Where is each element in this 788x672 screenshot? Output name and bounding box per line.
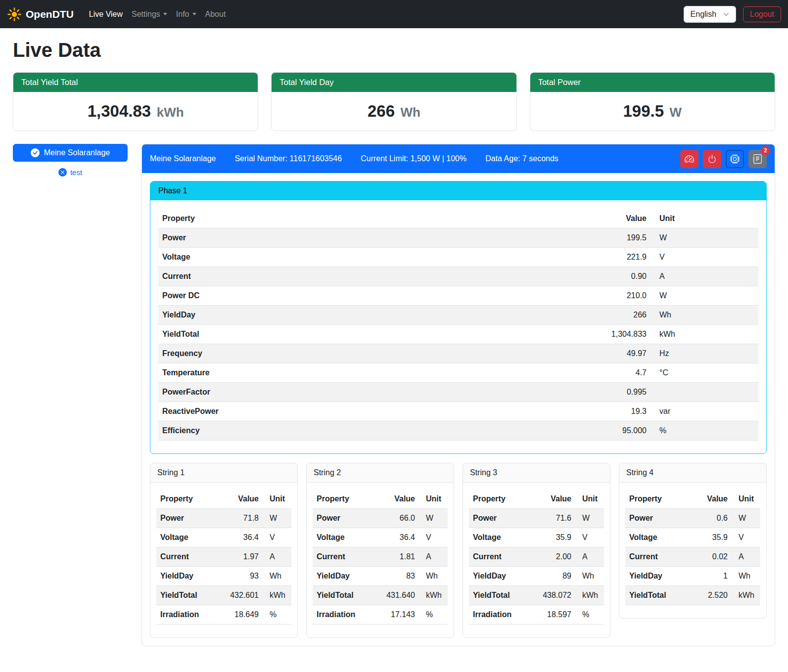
row-unit: A	[419, 547, 448, 567]
row-unit: Wh	[263, 567, 291, 586]
nav-live-view[interactable]: Live View	[85, 6, 127, 23]
card-header: Total Yield Day	[272, 73, 516, 92]
string-3-table: Property Value Unit Power71.6WVoltage35.…	[469, 490, 604, 625]
language-select[interactable]: English	[684, 6, 736, 23]
table-header-row: Property Value Unit	[158, 209, 758, 228]
power-icon	[707, 154, 717, 164]
row-value: 71.8	[218, 509, 263, 528]
row-property: Current	[158, 267, 591, 286]
string-4-header: String 4	[619, 463, 766, 483]
table-row: YieldDay1Wh	[625, 567, 760, 586]
phase-table: Property Value Unit Power199.5WVoltage22…	[158, 209, 758, 441]
row-value: 66.0	[374, 509, 419, 528]
card-header: Total Yield Total	[13, 73, 258, 92]
row-property: Efficiency	[158, 421, 591, 441]
total-power-unit: W	[670, 105, 682, 120]
sun-icon	[7, 7, 22, 22]
row-value: 1.81	[374, 547, 419, 567]
table-row: Current2.00A	[469, 547, 604, 567]
row-unit: %	[575, 605, 604, 625]
inverter-button-test[interactable]: test	[13, 168, 128, 177]
brand-link[interactable]: OpenDTU	[7, 7, 74, 22]
total-yield-total-unit: kWh	[157, 105, 184, 120]
nav-about[interactable]: About	[201, 6, 231, 23]
row-value: 36.4	[218, 528, 263, 547]
table-header-row: Property Value Unit	[313, 490, 448, 509]
nav-info[interactable]: Info	[172, 6, 201, 23]
nav-live-view-label: Live View	[89, 10, 123, 19]
row-value: 0.02	[687, 547, 732, 567]
chevron-down-icon	[163, 13, 167, 15]
row-value: 71.6	[531, 509, 575, 528]
string-1-body: Property Value Unit Power71.8WVoltage36.…	[150, 483, 297, 637]
power-button[interactable]	[703, 150, 721, 168]
inverter-button-selected[interactable]: Meine Solaranlage	[13, 144, 128, 162]
table-row: Current1.97A	[156, 547, 291, 567]
col-value: Value	[591, 209, 650, 228]
table-row: Temperature4.7°C	[158, 363, 758, 383]
inverter-test-label: test	[70, 168, 82, 177]
strings-row: String 1 Property Value Unit	[150, 463, 767, 638]
row-unit: W	[650, 228, 758, 248]
navbar-right: English Logout	[684, 6, 781, 23]
table-row: Power0.6W	[625, 509, 760, 528]
nav-settings[interactable]: Settings	[127, 6, 172, 23]
inverter-limit: Current Limit: 1,500 W | 100%	[361, 154, 466, 163]
total-yield-day-card: Total Yield Day 266 Wh	[271, 72, 516, 131]
row-property: YieldDay	[313, 567, 374, 586]
table-row: YieldTotal438.072kWh	[469, 586, 604, 605]
nav-about-label: About	[205, 10, 226, 19]
row-property: Power	[469, 509, 531, 528]
table-row: YieldTotal1,304.833kWh	[158, 325, 758, 344]
table-row: YieldTotal432.601kWh	[156, 586, 291, 605]
row-property: Power DC	[158, 286, 591, 306]
row-unit: W	[575, 509, 604, 528]
row-property: Power	[158, 228, 591, 248]
cpu-icon	[730, 154, 740, 164]
navbar: OpenDTU Live View Settings Info About En…	[0, 0, 788, 28]
col-value: Value	[531, 490, 575, 509]
row-property: Voltage	[156, 528, 218, 547]
string-1-card: String 1 Property Value Unit	[150, 463, 298, 638]
string-2-body: Property Value Unit Power66.0WVoltage36.…	[307, 483, 454, 637]
row-property: YieldTotal	[313, 586, 374, 605]
table-row: Current0.02A	[625, 547, 760, 567]
table-row: Irradiation18.597%	[469, 605, 604, 625]
row-unit: Wh	[419, 567, 448, 586]
row-property: Power	[625, 509, 687, 528]
row-value: 432.601	[218, 586, 263, 605]
inverter-panel-actions: 2	[680, 150, 767, 168]
table-row: Current1.81A	[313, 547, 448, 567]
table-row: Frequency49.97Hz	[158, 344, 758, 363]
limit-settings-button[interactable]	[680, 150, 698, 168]
logout-button[interactable]: Logout	[743, 6, 781, 22]
table-row: YieldTotal2.520kWh	[625, 586, 760, 605]
row-unit: V	[419, 528, 448, 547]
row-unit: kWh	[575, 586, 604, 605]
string-4-table: Property Value Unit Power0.6WVoltage35.9…	[625, 490, 760, 605]
row-unit: kWh	[732, 586, 760, 605]
row-property: Current	[313, 547, 374, 567]
row-unit: W	[263, 509, 291, 528]
row-unit: W	[650, 286, 758, 306]
journal-icon	[753, 154, 762, 164]
navbar-left: OpenDTU Live View Settings Info About	[7, 6, 230, 23]
inverter-panel-info: Meine Solaranlage Serial Number: 1161716…	[150, 154, 558, 163]
table-header-row: Property Value Unit	[469, 490, 604, 509]
row-unit: %	[263, 605, 291, 625]
device-info-button[interactable]	[726, 150, 744, 168]
row-value: 0.995	[591, 383, 650, 402]
events-count-badge: 2	[761, 146, 770, 155]
main-row: Meine Solaranlage test Meine Solaranlage…	[13, 144, 775, 646]
string-1-header: String 1	[150, 463, 297, 483]
row-value: 18.597	[531, 605, 575, 625]
string-4-body: Property Value Unit Power0.6WVoltage35.9…	[619, 483, 766, 618]
inverter-serial: Serial Number: 116171603546	[234, 154, 342, 163]
event-log-button[interactable]: 2	[748, 150, 767, 168]
card-body: 199.5 W	[530, 92, 775, 131]
col-property: Property	[469, 490, 531, 509]
col-value: Value	[218, 490, 263, 509]
table-row: YieldDay89Wh	[469, 567, 604, 586]
language-selected-value: English	[691, 10, 716, 19]
row-property: YieldTotal	[158, 325, 591, 344]
